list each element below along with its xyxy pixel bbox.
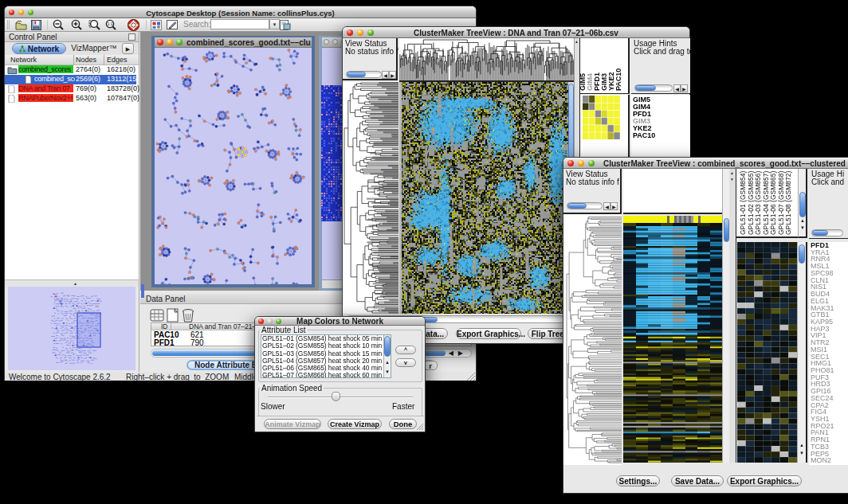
- svg-text:1:1: 1:1: [108, 21, 113, 26]
